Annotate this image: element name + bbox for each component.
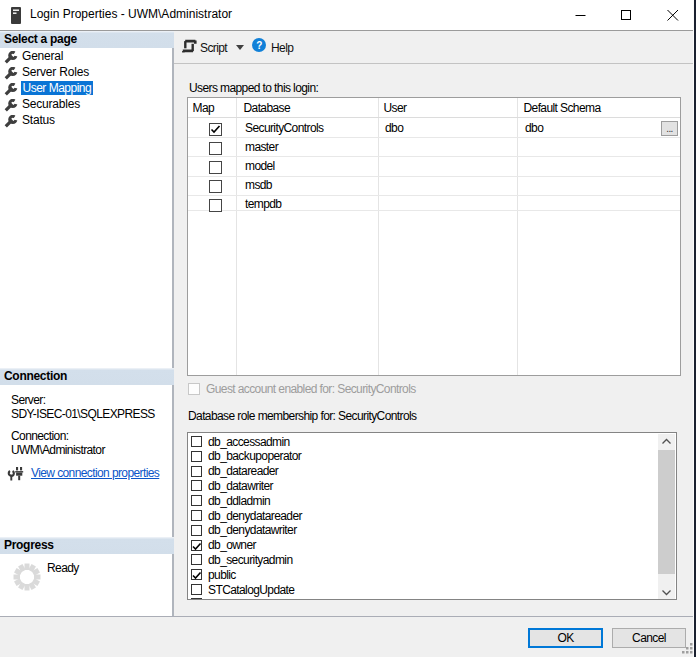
svg-text:?: ? — [256, 40, 262, 51]
